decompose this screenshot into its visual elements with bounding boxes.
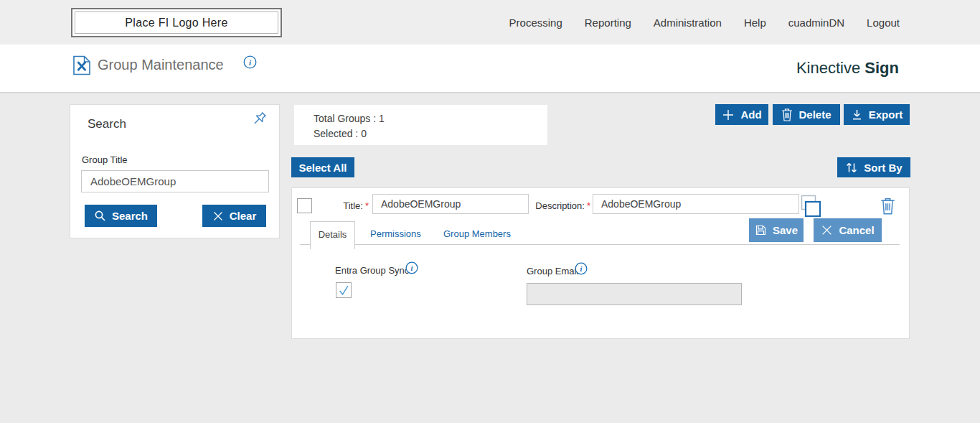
top-bar: Place FI Logo Here Processing Reporting … <box>0 0 980 45</box>
svg-text:i: i <box>411 264 413 272</box>
title-input[interactable] <box>372 194 529 214</box>
cancel-button[interactable]: Cancel <box>814 218 882 242</box>
tab-group-members-label: Group Members <box>443 228 511 239</box>
search-panel: Search Group Title Search <box>70 104 280 238</box>
fi-logo-text: Place FI Logo Here <box>125 17 227 29</box>
entra-group-sync-label: Entra Group Sync <box>335 265 409 276</box>
search-icon <box>94 210 106 222</box>
nav-reporting[interactable]: Reporting <box>585 17 631 29</box>
nav-username[interactable]: cuadminDN <box>788 17 844 29</box>
group-email-label: Group Email <box>527 266 578 276</box>
required-asterisk: * <box>365 200 369 211</box>
checkmark-icon <box>337 284 350 297</box>
group-row: Title:* Description:* Details Permission… <box>291 187 910 339</box>
sort-by-button-label: Sort By <box>864 162 902 174</box>
selected-count: Selected : 0 <box>314 126 547 141</box>
page-header: Group Maintenance i Kinective Sign <box>0 45 980 93</box>
copy-icon[interactable] <box>801 195 821 218</box>
brand-regular: Kinective <box>796 59 860 77</box>
summary-box: Total Groups : 1 Selected : 0 <box>294 105 547 145</box>
entra-group-sync-checkbox[interactable] <box>336 282 352 298</box>
nav-administration[interactable]: Administration <box>654 17 722 29</box>
title-label: Title:* <box>312 200 369 211</box>
fi-logo-placeholder: Place FI Logo Here <box>71 8 282 37</box>
sort-arrows-icon <box>845 162 858 174</box>
tab-permissions-label: Permissions <box>370 228 421 239</box>
tab-details-label: Details <box>319 229 347 249</box>
delete-button[interactable]: Delete <box>773 104 840 125</box>
description-label: Description:* <box>527 200 590 211</box>
cancel-button-label: Cancel <box>839 224 874 236</box>
svg-text:i: i <box>580 265 583 273</box>
plus-icon <box>722 108 735 121</box>
main-content: Search Group Title Search <box>0 93 980 423</box>
tabs-divider <box>300 244 900 245</box>
group-email-input <box>527 283 742 305</box>
group-title-label: Group Title <box>82 154 128 165</box>
pin-icon[interactable] <box>249 110 268 129</box>
required-asterisk: * <box>587 200 590 211</box>
tab-permissions[interactable]: Permissions <box>370 228 421 239</box>
group-email-info-icon[interactable]: i <box>575 262 588 275</box>
clear-button[interactable]: Clear <box>202 205 266 227</box>
row-select-checkbox[interactable] <box>297 198 312 213</box>
brand-bold: Sign <box>864 59 899 77</box>
delete-button-label: Delete <box>798 108 831 121</box>
export-button-label: Export <box>869 108 903 121</box>
search-button-label: Search <box>112 210 148 222</box>
page-title: Group Maintenance <box>98 57 224 73</box>
row-trash-icon[interactable] <box>880 197 895 215</box>
tab-details[interactable]: Details <box>310 221 355 249</box>
entra-group-sync-info-icon[interactable]: i <box>405 261 418 274</box>
group-title-input[interactable] <box>81 170 269 192</box>
cancel-x-icon <box>821 224 833 236</box>
nav-processing[interactable]: Processing <box>509 17 562 29</box>
save-floppy-icon <box>755 224 767 236</box>
clear-x-icon <box>212 210 224 222</box>
description-input[interactable] <box>593 194 799 214</box>
nav-logout[interactable]: Logout <box>867 17 900 29</box>
trash-icon <box>781 108 793 121</box>
brand-logo: Kinective Sign <box>796 59 899 78</box>
group-maintenance-icon <box>72 55 91 75</box>
clear-button-label: Clear <box>230 210 257 222</box>
search-panel-title: Search <box>88 117 126 131</box>
tab-group-members[interactable]: Group Members <box>443 228 511 239</box>
export-button[interactable]: Export <box>844 104 910 125</box>
add-button[interactable]: Add <box>715 104 768 125</box>
save-button-label: Save <box>773 224 798 236</box>
download-icon <box>851 108 863 121</box>
top-navigation: Processing Reporting Administration Help… <box>509 0 900 45</box>
nav-help[interactable]: Help <box>744 17 766 29</box>
total-groups-count: Total Groups : 1 <box>314 111 547 126</box>
search-button[interactable]: Search <box>85 205 157 227</box>
save-button[interactable]: Save <box>749 218 804 242</box>
select-all-button-label: Select All <box>299 162 347 174</box>
sort-by-button[interactable]: Sort By <box>837 157 910 177</box>
page-title-info-icon[interactable]: i <box>243 55 257 69</box>
select-all-button[interactable]: Select All <box>291 157 354 177</box>
add-button-label: Add <box>740 108 761 121</box>
